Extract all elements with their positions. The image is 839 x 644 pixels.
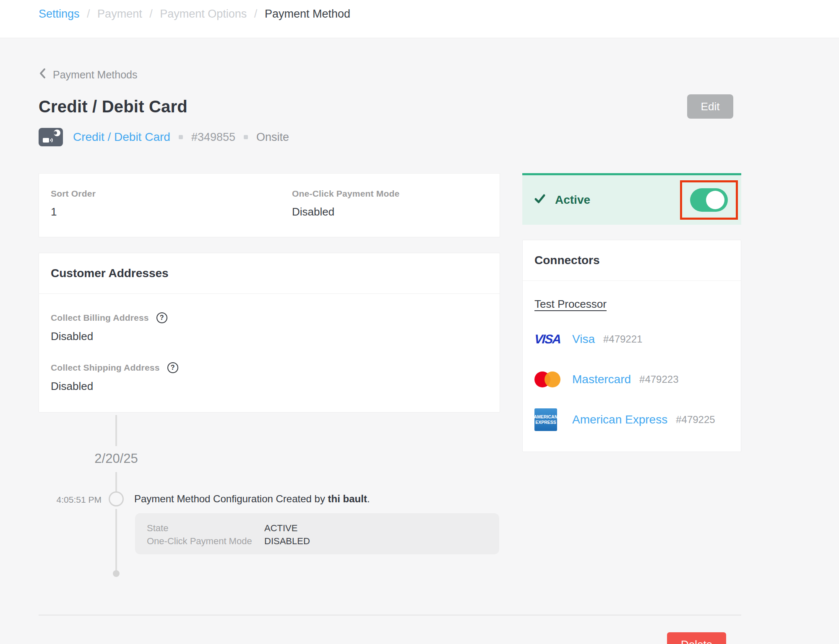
back-link-payment-methods[interactable]: Payment Methods [39,68,138,82]
connectors-header: Connectors [523,240,741,280]
customer-addresses-title: Customer Addresses [51,267,488,280]
top-bar: Settings / Payment / Payment Options / P… [0,0,839,38]
credit-card-icon [39,128,63,146]
event-text-prefix: Payment Method Configuration Created by [134,493,328,504]
help-icon[interactable]: ? [167,362,178,373]
active-toggle[interactable] [690,188,728,212]
toggle-knob [706,191,724,209]
connector-link-visa[interactable]: Visa [572,332,595,346]
event-text-suffix: . [367,493,370,504]
footer-actions: Delete [39,615,741,644]
connectors-title: Connectors [534,254,729,267]
connector-id-amex: #479225 [676,414,715,426]
method-summary-row: Credit / Debit Card #349855 Onsite [39,128,741,146]
detail-one-click-label: One-Click Payment Mode [147,535,264,548]
collect-billing-label: Collect Billing Address [51,313,149,323]
sort-order-value: 1 [51,205,292,218]
payment-method-id: #349855 [191,131,235,144]
connectors-card: Connectors Test Processor VISA Visa #479… [522,240,741,452]
collect-shipping-label: Collect Shipping Address [51,363,160,373]
check-icon [534,193,546,207]
breadcrumb-current-payment-method: Payment Method [265,8,350,20]
breadcrumb: Settings / Payment / Payment Options / P… [39,6,839,22]
billing-address-group: Collect Billing Address ? Disabled [51,312,488,343]
collect-shipping-value: Disabled [51,380,488,393]
connector-link-amex[interactable]: American Express [572,413,667,426]
annotation-highlight-box [680,180,738,220]
event-details-box: State ACTIVE One-Click Payment Mode DISA… [135,513,499,554]
event-actor: thi bault [328,493,367,504]
connector-id-mastercard: #479223 [639,374,678,385]
payment-method-link[interactable]: Credit / Debit Card [73,130,170,144]
right-column: Active Connectors Test Processor [522,173,741,452]
one-click-value: Disabled [292,205,399,218]
timeline-line [115,509,117,574]
customer-addresses-header: Customer Addresses [39,253,500,293]
timeline-event-text: Payment Method Configuration Created by … [134,493,370,505]
timeline-date: 2/20/25 [73,451,159,466]
detail-state-label: State [147,522,264,535]
timeline-event-marker [109,491,124,506]
connector-row-amex: AMERICAN EXPRESS American Express #47922… [534,408,729,431]
timeline-end-dot [113,570,120,577]
page-content: Payment Methods Credit / Debit Card Edit… [0,68,839,644]
active-status-panel: Active [522,173,741,225]
bullet-separator [179,135,183,139]
connectors-body: Test Processor VISA Visa #479221 [523,281,741,452]
connector-link-mastercard[interactable]: Mastercard [572,373,631,386]
breadcrumb-separator: / [250,8,262,20]
activity-timeline: 2/20/25 4:05:51 PM Payment Method Config… [39,413,500,612]
chevron-left-icon [39,68,46,82]
edit-button[interactable]: Edit [687,94,733,119]
breadcrumb-settings[interactable]: Settings [39,8,80,20]
summary-card: Sort Order 1 One-Click Payment Mode Disa… [39,173,500,237]
one-click-field: One-Click Payment Mode Disabled [292,189,399,218]
bullet-separator [244,135,248,139]
amex-logo: AMERICAN EXPRESS [534,408,557,431]
title-row: Credit / Debit Card Edit [39,94,741,119]
detail-one-click-value: DISABLED [264,535,310,548]
customer-addresses-body: Collect Billing Address ? Disabled Colle… [39,294,500,412]
shipping-address-group: Collect Shipping Address ? Disabled [51,362,488,393]
connector-row-visa: VISA Visa #479221 [534,327,729,351]
delete-button[interactable]: Delete [667,632,726,644]
event-detail-row: One-Click Payment Mode DISABLED [147,535,487,548]
breadcrumb-payment[interactable]: Payment [97,8,142,20]
breadcrumb-separator: / [83,8,94,20]
timeline-event-time: 4:05:51 PM [39,495,102,505]
timeline-line [115,472,117,492]
event-detail-row: State ACTIVE [147,522,487,535]
payment-method-type: Onsite [256,131,289,144]
connector-id-visa: #479221 [603,333,642,345]
test-processor-link[interactable]: Test Processor [534,298,607,311]
breadcrumb-separator: / [145,8,157,20]
left-column: Sort Order 1 One-Click Payment Mode Disa… [39,173,500,612]
page-title: Credit / Debit Card [39,97,188,116]
breadcrumb-payment-options[interactable]: Payment Options [160,8,247,20]
help-icon[interactable]: ? [156,312,167,323]
customer-addresses-card: Customer Addresses Collect Billing Addre… [39,253,500,413]
sort-order-label: Sort Order [51,189,292,199]
visa-logo: VISA [534,332,561,346]
connector-row-mastercard: Mastercard #479223 [534,368,729,391]
content-columns: Sort Order 1 One-Click Payment Mode Disa… [39,173,741,612]
detail-state-value: ACTIVE [264,522,297,535]
collect-billing-value: Disabled [51,330,488,343]
back-link-label: Payment Methods [53,69,138,81]
sort-order-field: Sort Order 1 [51,189,292,218]
timeline-line [115,415,117,446]
active-status-label: Active [555,193,590,207]
mastercard-logo [534,371,560,388]
one-click-label: One-Click Payment Mode [292,189,399,199]
